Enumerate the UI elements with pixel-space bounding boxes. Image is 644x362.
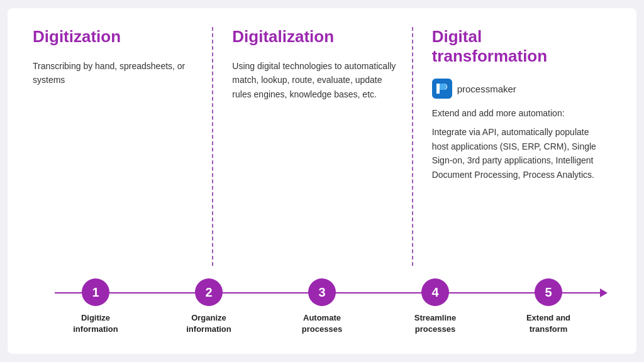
timeline-label-3: Automateprocesses [302, 312, 342, 335]
col3-body-extra: Integrate via API, automatically populat… [432, 125, 599, 182]
col2-body: Using digital technologies to automatica… [232, 59, 399, 101]
column-digitization: Digitization Transcribing by hand, sprea… [33, 27, 212, 266]
timeline-label-2: Organizeinformation [186, 312, 231, 335]
col1-title: Digitization [33, 27, 199, 47]
timeline-item-2: 2 Organizeinformation [152, 278, 265, 335]
top-section: Digitization Transcribing by hand, sprea… [33, 27, 611, 266]
col2-title: Digitalization [232, 27, 399, 47]
processmaker-logo: processmaker [432, 79, 599, 99]
processmaker-icon [432, 79, 452, 99]
col1-body: Transcribing by hand, spreadsheets, or s… [33, 59, 199, 87]
col3-body-main: Extend and add more automation: [432, 108, 565, 118]
timeline-circle-4: 4 [421, 278, 449, 306]
col3-body: Extend and add more automation: [432, 106, 599, 120]
timeline-items: 1 Digitizeinformation 2 Organizeinformat… [33, 278, 611, 335]
timeline-item-5: 5 Extend andtransform [492, 278, 605, 335]
timeline-label-1: Digitizeinformation [73, 312, 118, 335]
processmaker-name: processmaker [457, 84, 516, 94]
timeline-item-3: 3 Automateprocesses [265, 278, 379, 335]
timeline-label-5: Extend andtransform [526, 312, 570, 335]
col3-title: Digital transformation [432, 27, 599, 66]
timeline-circle-5: 5 [535, 278, 562, 306]
column-digitalization: Digitalization Using digital technologie… [212, 27, 411, 266]
timeline-label-4: Streamlineprocesses [414, 312, 456, 335]
timeline-item-1: 1 Digitizeinformation [39, 278, 152, 335]
column-digital-transformation: Digital transformation processmaker Exte… [412, 27, 611, 266]
timeline-circle-2: 2 [195, 278, 223, 306]
timeline-circle-3: 3 [308, 278, 336, 306]
timeline-section: 1 Digitizeinformation 2 Organizeinformat… [33, 266, 611, 341]
timeline-circle-1: 1 [82, 278, 109, 306]
timeline-item-4: 4 Streamlineprocesses [379, 278, 492, 335]
slide: Digitization Transcribing by hand, sprea… [8, 8, 636, 354]
